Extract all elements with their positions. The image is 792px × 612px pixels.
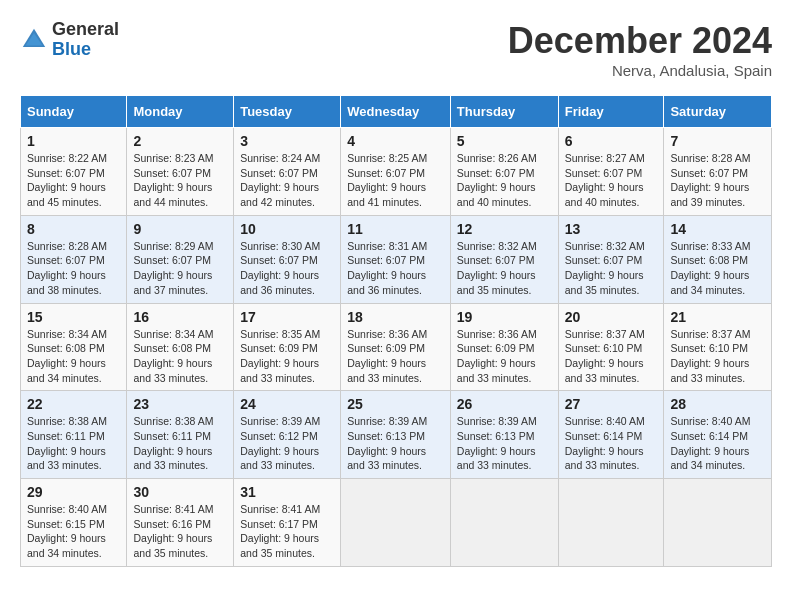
weekday-header: Friday: [558, 96, 664, 128]
day-number: 6: [565, 133, 658, 149]
calendar-week-row: 8Sunrise: 8:28 AM Sunset: 6:07 PM Daylig…: [21, 215, 772, 303]
day-number: 1: [27, 133, 120, 149]
day-detail: Sunrise: 8:28 AM Sunset: 6:07 PM Dayligh…: [27, 239, 120, 298]
calendar-week-row: 1Sunrise: 8:22 AM Sunset: 6:07 PM Daylig…: [21, 128, 772, 216]
day-detail: Sunrise: 8:31 AM Sunset: 6:07 PM Dayligh…: [347, 239, 444, 298]
calendar-cell: 16Sunrise: 8:34 AM Sunset: 6:08 PM Dayli…: [127, 303, 234, 391]
day-detail: Sunrise: 8:40 AM Sunset: 6:14 PM Dayligh…: [670, 414, 765, 473]
day-number: 27: [565, 396, 658, 412]
calendar-cell: 28Sunrise: 8:40 AM Sunset: 6:14 PM Dayli…: [664, 391, 772, 479]
calendar-cell: 1Sunrise: 8:22 AM Sunset: 6:07 PM Daylig…: [21, 128, 127, 216]
day-detail: Sunrise: 8:28 AM Sunset: 6:07 PM Dayligh…: [670, 151, 765, 210]
day-number: 24: [240, 396, 334, 412]
calendar-cell: 11Sunrise: 8:31 AM Sunset: 6:07 PM Dayli…: [341, 215, 451, 303]
day-number: 18: [347, 309, 444, 325]
day-detail: Sunrise: 8:26 AM Sunset: 6:07 PM Dayligh…: [457, 151, 552, 210]
month-title: December 2024: [508, 20, 772, 62]
calendar-cell: 30Sunrise: 8:41 AM Sunset: 6:16 PM Dayli…: [127, 479, 234, 567]
calendar-cell: 21Sunrise: 8:37 AM Sunset: 6:10 PM Dayli…: [664, 303, 772, 391]
calendar-cell: 31Sunrise: 8:41 AM Sunset: 6:17 PM Dayli…: [234, 479, 341, 567]
day-detail: Sunrise: 8:35 AM Sunset: 6:09 PM Dayligh…: [240, 327, 334, 386]
calendar-cell: 5Sunrise: 8:26 AM Sunset: 6:07 PM Daylig…: [450, 128, 558, 216]
calendar-cell: [450, 479, 558, 567]
calendar-cell: 7Sunrise: 8:28 AM Sunset: 6:07 PM Daylig…: [664, 128, 772, 216]
day-number: 30: [133, 484, 227, 500]
day-detail: Sunrise: 8:38 AM Sunset: 6:11 PM Dayligh…: [27, 414, 120, 473]
day-number: 23: [133, 396, 227, 412]
day-number: 29: [27, 484, 120, 500]
day-detail: Sunrise: 8:40 AM Sunset: 6:14 PM Dayligh…: [565, 414, 658, 473]
calendar-cell: 22Sunrise: 8:38 AM Sunset: 6:11 PM Dayli…: [21, 391, 127, 479]
day-number: 11: [347, 221, 444, 237]
calendar-cell: 6Sunrise: 8:27 AM Sunset: 6:07 PM Daylig…: [558, 128, 664, 216]
calendar-table: SundayMondayTuesdayWednesdayThursdayFrid…: [20, 95, 772, 567]
calendar-header: SundayMondayTuesdayWednesdayThursdayFrid…: [21, 96, 772, 128]
day-number: 21: [670, 309, 765, 325]
day-number: 7: [670, 133, 765, 149]
day-detail: Sunrise: 8:32 AM Sunset: 6:07 PM Dayligh…: [457, 239, 552, 298]
day-detail: Sunrise: 8:24 AM Sunset: 6:07 PM Dayligh…: [240, 151, 334, 210]
calendar-cell: [664, 479, 772, 567]
weekday-header: Tuesday: [234, 96, 341, 128]
calendar-cell: 15Sunrise: 8:34 AM Sunset: 6:08 PM Dayli…: [21, 303, 127, 391]
location-subtitle: Nerva, Andalusia, Spain: [508, 62, 772, 79]
weekday-header: Saturday: [664, 96, 772, 128]
calendar-cell: 3Sunrise: 8:24 AM Sunset: 6:07 PM Daylig…: [234, 128, 341, 216]
day-detail: Sunrise: 8:34 AM Sunset: 6:08 PM Dayligh…: [27, 327, 120, 386]
day-detail: Sunrise: 8:25 AM Sunset: 6:07 PM Dayligh…: [347, 151, 444, 210]
day-detail: Sunrise: 8:37 AM Sunset: 6:10 PM Dayligh…: [565, 327, 658, 386]
day-number: 9: [133, 221, 227, 237]
calendar-cell: 18Sunrise: 8:36 AM Sunset: 6:09 PM Dayli…: [341, 303, 451, 391]
calendar-cell: 29Sunrise: 8:40 AM Sunset: 6:15 PM Dayli…: [21, 479, 127, 567]
day-number: 19: [457, 309, 552, 325]
calendar-cell: 8Sunrise: 8:28 AM Sunset: 6:07 PM Daylig…: [21, 215, 127, 303]
calendar-cell: 20Sunrise: 8:37 AM Sunset: 6:10 PM Dayli…: [558, 303, 664, 391]
day-detail: Sunrise: 8:22 AM Sunset: 6:07 PM Dayligh…: [27, 151, 120, 210]
calendar-week-row: 29Sunrise: 8:40 AM Sunset: 6:15 PM Dayli…: [21, 479, 772, 567]
day-number: 12: [457, 221, 552, 237]
day-number: 20: [565, 309, 658, 325]
day-detail: Sunrise: 8:27 AM Sunset: 6:07 PM Dayligh…: [565, 151, 658, 210]
day-detail: Sunrise: 8:39 AM Sunset: 6:13 PM Dayligh…: [347, 414, 444, 473]
logo-icon: [20, 26, 48, 54]
day-number: 25: [347, 396, 444, 412]
logo-text: GeneralBlue: [52, 20, 119, 60]
calendar-cell: 13Sunrise: 8:32 AM Sunset: 6:07 PM Dayli…: [558, 215, 664, 303]
calendar-cell: 12Sunrise: 8:32 AM Sunset: 6:07 PM Dayli…: [450, 215, 558, 303]
day-number: 16: [133, 309, 227, 325]
day-number: 22: [27, 396, 120, 412]
day-number: 2: [133, 133, 227, 149]
calendar-cell: 24Sunrise: 8:39 AM Sunset: 6:12 PM Dayli…: [234, 391, 341, 479]
weekday-header: Wednesday: [341, 96, 451, 128]
day-detail: Sunrise: 8:33 AM Sunset: 6:08 PM Dayligh…: [670, 239, 765, 298]
day-detail: Sunrise: 8:41 AM Sunset: 6:16 PM Dayligh…: [133, 502, 227, 561]
day-detail: Sunrise: 8:40 AM Sunset: 6:15 PM Dayligh…: [27, 502, 120, 561]
day-number: 5: [457, 133, 552, 149]
day-detail: Sunrise: 8:38 AM Sunset: 6:11 PM Dayligh…: [133, 414, 227, 473]
day-number: 17: [240, 309, 334, 325]
calendar-cell: [558, 479, 664, 567]
day-number: 4: [347, 133, 444, 149]
calendar-cell: 27Sunrise: 8:40 AM Sunset: 6:14 PM Dayli…: [558, 391, 664, 479]
calendar-cell: 10Sunrise: 8:30 AM Sunset: 6:07 PM Dayli…: [234, 215, 341, 303]
calendar-cell: 14Sunrise: 8:33 AM Sunset: 6:08 PM Dayli…: [664, 215, 772, 303]
day-number: 26: [457, 396, 552, 412]
day-detail: Sunrise: 8:36 AM Sunset: 6:09 PM Dayligh…: [347, 327, 444, 386]
title-area: December 2024 Nerva, Andalusia, Spain: [508, 20, 772, 79]
weekday-header: Monday: [127, 96, 234, 128]
day-detail: Sunrise: 8:41 AM Sunset: 6:17 PM Dayligh…: [240, 502, 334, 561]
day-number: 13: [565, 221, 658, 237]
logo: GeneralBlue: [20, 20, 119, 60]
calendar-cell: 25Sunrise: 8:39 AM Sunset: 6:13 PM Dayli…: [341, 391, 451, 479]
day-number: 28: [670, 396, 765, 412]
day-detail: Sunrise: 8:34 AM Sunset: 6:08 PM Dayligh…: [133, 327, 227, 386]
header: GeneralBlue December 2024 Nerva, Andalus…: [20, 20, 772, 79]
calendar-cell: [341, 479, 451, 567]
weekday-header: Sunday: [21, 96, 127, 128]
day-detail: Sunrise: 8:36 AM Sunset: 6:09 PM Dayligh…: [457, 327, 552, 386]
day-detail: Sunrise: 8:39 AM Sunset: 6:12 PM Dayligh…: [240, 414, 334, 473]
day-number: 3: [240, 133, 334, 149]
day-number: 10: [240, 221, 334, 237]
calendar-week-row: 22Sunrise: 8:38 AM Sunset: 6:11 PM Dayli…: [21, 391, 772, 479]
weekday-header: Thursday: [450, 96, 558, 128]
